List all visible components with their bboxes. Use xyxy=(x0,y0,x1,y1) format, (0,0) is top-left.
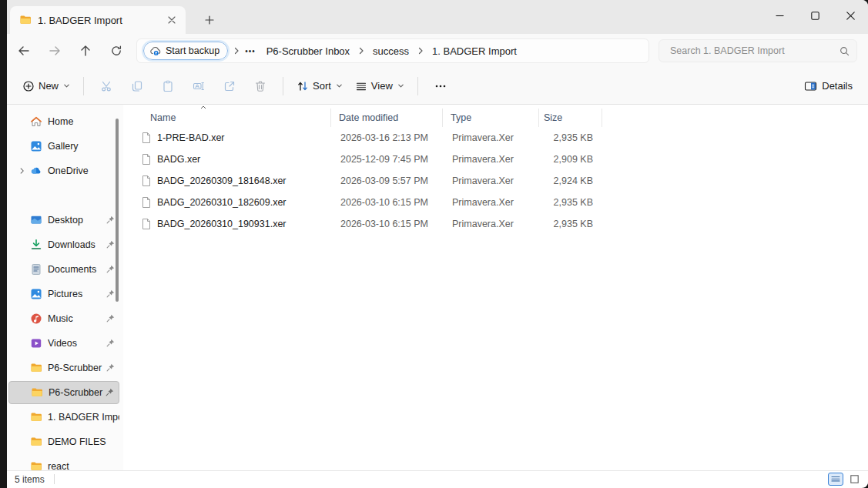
sidebar-item-onedrive[interactable]: OneDrive xyxy=(8,159,119,182)
file-row[interactable]: BADG.xer 2025-12-09 7:45 PM Primavera.Xe… xyxy=(123,149,868,170)
file-explorer-window: 1. BADGER Import xyxy=(7,0,868,488)
gallery-icon xyxy=(30,140,42,152)
sidebar-item-pictures[interactable]: Pictures xyxy=(8,282,119,306)
music-icon xyxy=(30,313,42,325)
paste-button[interactable] xyxy=(152,73,183,99)
sidebar-item-label: P6-Scrubber xyxy=(48,363,106,373)
column-header-name[interactable]: Name xyxy=(123,109,331,127)
back-button[interactable] xyxy=(8,38,39,63)
copy-button[interactable] xyxy=(122,73,152,99)
search-box[interactable] xyxy=(659,39,857,62)
folder-icon xyxy=(19,14,32,26)
sidebar-item-label: Documents xyxy=(48,264,106,275)
tab-close-icon[interactable] xyxy=(164,12,179,28)
pin-icon xyxy=(105,387,116,398)
pin-icon xyxy=(106,289,116,299)
file-icon xyxy=(140,153,152,165)
address-row: Start backup ••• P6-Scrubber Inbox succe… xyxy=(7,34,868,68)
sidebar-item-p6-scrubber-selected[interactable]: P6-Scrubber xyxy=(8,381,119,404)
sidebar-item-music[interactable]: Music xyxy=(8,307,119,330)
details-view-toggle[interactable] xyxy=(828,473,843,486)
expand-chevron-icon[interactable] xyxy=(13,167,30,175)
view-button[interactable]: View xyxy=(349,73,411,99)
file-icon xyxy=(140,218,152,230)
sort-icon xyxy=(297,80,309,92)
sidebar-item-videos[interactable]: Videos xyxy=(8,332,119,355)
file-list-area: Name Date modified Type Size 1-PRE-BAD.x… xyxy=(123,105,868,470)
file-row[interactable]: BADG_20260310_190931.xer 2026-03-10 6:15… xyxy=(123,213,868,235)
pin-icon xyxy=(106,264,116,275)
breadcrumb-p6-scrubber-inbox[interactable]: P6-Scrubber Inbox xyxy=(263,43,353,59)
file-icon xyxy=(140,196,152,209)
breadcrumb-success[interactable]: success xyxy=(370,43,412,59)
file-date: 2026-03-10 6:15 PM xyxy=(339,219,451,229)
pin-icon xyxy=(106,239,116,250)
more-options-button[interactable] xyxy=(425,73,456,99)
start-backup-button[interactable]: Start backup xyxy=(143,42,228,60)
cut-button[interactable] xyxy=(91,73,122,99)
file-icon xyxy=(140,132,152,144)
forward-button[interactable] xyxy=(39,38,70,63)
ellipsis-icon xyxy=(434,80,447,92)
status-divider xyxy=(54,474,55,484)
file-row[interactable]: BADG_20260310_182609.xer 2026-03-10 6:15… xyxy=(123,192,868,213)
refresh-button[interactable] xyxy=(101,38,132,63)
onedrive-icon xyxy=(30,165,42,177)
sidebar-item-react[interactable]: react xyxy=(8,455,119,470)
maximize-button[interactable] xyxy=(797,0,833,31)
trash-icon xyxy=(254,80,266,92)
share-icon xyxy=(223,80,236,92)
sidebar-item-demo-files[interactable]: DEMO FILES xyxy=(8,430,119,453)
new-tab-button[interactable] xyxy=(199,10,220,30)
breadcrumb-overflow-button[interactable]: ••• xyxy=(245,47,256,55)
sidebar-item-home[interactable]: Home xyxy=(8,110,119,133)
sidebar-item-documents[interactable]: Documents xyxy=(8,258,119,281)
sidebar-item-downloads[interactable]: Downloads xyxy=(8,233,119,256)
up-button[interactable] xyxy=(70,38,101,63)
new-button[interactable]: New xyxy=(16,73,76,99)
address-bar[interactable]: Start backup ••• P6-Scrubber Inbox succe… xyxy=(136,38,649,63)
file-size: 2,935 KB xyxy=(547,132,593,143)
file-type: Primavera.Xer xyxy=(451,175,547,186)
sidebar-item-label: Downloads xyxy=(48,239,106,250)
minimize-button[interactable] xyxy=(762,0,797,31)
column-header-date-modified[interactable]: Date modified xyxy=(331,109,443,127)
folder-icon xyxy=(30,411,42,423)
file-type: Primavera.Xer xyxy=(451,219,547,229)
column-header-type[interactable]: Type xyxy=(443,109,539,127)
sidebar-item-label: Gallery xyxy=(48,141,119,152)
sidebar-item-badger-import[interactable]: 1. BADGER Impo xyxy=(8,406,119,429)
sidebar-item-desktop[interactable]: Desktop xyxy=(8,209,119,232)
close-window-button[interactable] xyxy=(833,0,868,31)
folder-icon xyxy=(30,362,42,374)
search-input[interactable] xyxy=(669,45,839,57)
large-icons-view-toggle[interactable] xyxy=(846,473,862,486)
file-row[interactable]: 1-PRE-BAD.xer 2026-03-16 2:13 PM Primave… xyxy=(123,127,868,149)
file-row[interactable]: BADG_20260309_181648.xer 2026-03-09 5:57… xyxy=(123,170,868,192)
share-button[interactable] xyxy=(214,73,245,99)
sidebar-scrollbar[interactable] xyxy=(116,119,119,302)
breadcrumb-badger-import[interactable]: 1. BADGER Import xyxy=(429,43,520,59)
details-panel-icon xyxy=(804,80,817,92)
file-type: Primavera.Xer xyxy=(451,132,547,143)
sidebar-item-gallery[interactable]: Gallery xyxy=(8,135,119,158)
status-bar: 5 items xyxy=(7,470,868,487)
sort-button[interactable]: Sort xyxy=(290,73,349,99)
breadcrumb-chevron-icon xyxy=(417,47,424,55)
column-header-size[interactable]: Size xyxy=(539,109,602,127)
content-area: Home Gallery OneDrive xyxy=(7,105,868,470)
window-controls xyxy=(762,0,868,31)
sidebar-item-label: Pictures xyxy=(48,289,106,299)
screen: 1. BADGER Import xyxy=(0,0,868,488)
tab-badger-import[interactable]: 1. BADGER Import xyxy=(10,6,186,34)
sidebar-item-label: Desktop xyxy=(48,215,106,226)
delete-button[interactable] xyxy=(245,73,276,99)
sidebar-item-p6-scrubber[interactable]: P6-Scrubber xyxy=(8,356,119,379)
cloud-sync-icon xyxy=(149,45,161,57)
chevron-down-icon xyxy=(336,82,343,89)
navigation-pane: Home Gallery OneDrive xyxy=(7,105,123,470)
new-label: New xyxy=(39,80,59,92)
sidebar-item-label: Home xyxy=(48,116,119,127)
details-pane-button[interactable]: Details xyxy=(799,73,857,99)
rename-button[interactable] xyxy=(183,73,214,99)
